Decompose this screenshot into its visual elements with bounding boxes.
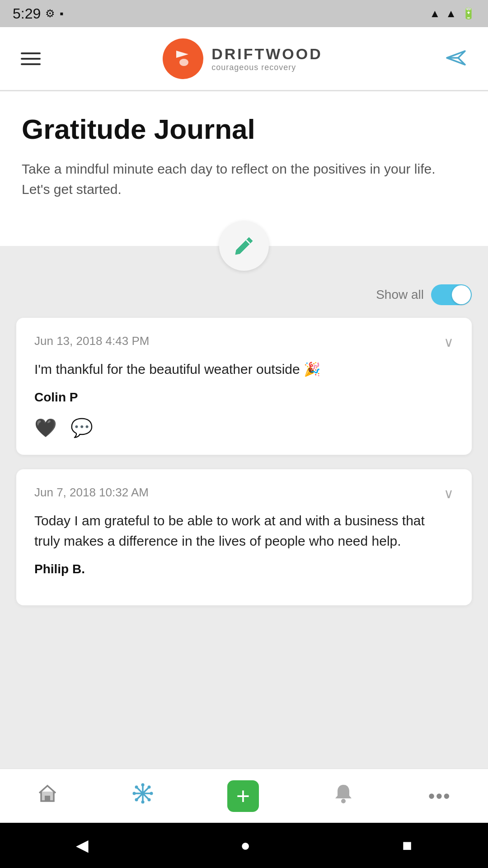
nav-home[interactable]	[28, 778, 67, 813]
nav-add[interactable]: +	[218, 776, 268, 816]
svg-point-14	[147, 786, 150, 789]
card-date-0: Jun 13, 2018 4:43 PM	[34, 334, 149, 348]
show-all-row: Show all	[16, 284, 472, 305]
nav-notifications[interactable]	[324, 778, 363, 813]
hamburger-line-3	[21, 63, 41, 65]
svg-point-0	[169, 45, 197, 72]
card-header-1: Jun 7, 2018 10:32 AM ∨	[34, 486, 454, 501]
settings-status-icon: ⚙	[45, 7, 55, 20]
hamburger-menu[interactable]	[16, 48, 45, 70]
svg-point-12	[135, 786, 138, 789]
android-home[interactable]: ●	[240, 836, 250, 855]
bottom-nav: + •••	[0, 769, 488, 823]
card-author-0: Colin P	[34, 390, 454, 405]
svg-point-10	[132, 792, 136, 795]
logo-text: DRIFTWOOD courageous recovery	[211, 45, 323, 72]
card-header-0: Jun 13, 2018 4:43 PM ∨	[34, 334, 454, 350]
show-all-label: Show all	[376, 288, 424, 302]
card-author-1: Philip B.	[34, 562, 454, 576]
add-icon: +	[236, 784, 250, 808]
comment-button-0[interactable]: 💬	[70, 417, 93, 439]
svg-point-8	[141, 783, 144, 787]
android-back[interactable]: ◀	[76, 836, 89, 855]
card-content-0: I'm thankful for the beautiful weather o…	[34, 359, 454, 379]
signal-icon: ▲	[446, 7, 456, 20]
hamburger-line-2	[21, 58, 41, 60]
notifications-icon	[333, 783, 354, 809]
svg-point-13	[147, 798, 150, 802]
status-bar: 5:29 ⚙ ▪ ▲ ▲ 🔋	[0, 0, 488, 27]
journal-card-1: Jun 7, 2018 10:32 AM ∨ Today I am gratef…	[16, 469, 472, 605]
android-recent[interactable]: ■	[402, 836, 412, 855]
card-content-1: Today I am grateful to be able to work a…	[34, 510, 454, 551]
main-content: Gratitude Journal Take a mindful minute …	[0, 91, 488, 221]
svg-point-15	[135, 798, 138, 802]
svg-point-11	[150, 792, 153, 795]
community-icon	[132, 783, 153, 809]
logo-subtitle: courageous recovery	[211, 63, 323, 72]
logo-title: DRIFTWOOD	[211, 45, 323, 63]
card-expand-1[interactable]: ∨	[444, 486, 454, 501]
sim-status-icon: ▪	[60, 7, 64, 20]
nav-community[interactable]	[123, 778, 162, 813]
page-title: Gratitude Journal	[22, 113, 466, 145]
write-button[interactable]	[219, 221, 269, 271]
like-button-0[interactable]: 🖤	[34, 417, 57, 439]
card-actions-0: 🖤 💬	[34, 417, 454, 439]
android-nav-bar: ◀ ● ■	[0, 823, 488, 868]
page-description: Take a mindful minute each day to reflec…	[22, 159, 466, 199]
write-btn-container	[0, 221, 488, 271]
show-all-toggle[interactable]	[431, 284, 472, 305]
feed-section: Show all Jun 13, 2018 4:43 PM ∨ I'm than…	[0, 271, 488, 769]
wifi-icon: ▲	[429, 7, 440, 20]
toggle-knob	[452, 285, 471, 304]
logo-container: DRIFTWOOD courageous recovery	[163, 38, 323, 79]
add-icon-container[interactable]: +	[227, 780, 259, 812]
nav-more[interactable]: •••	[419, 781, 460, 811]
send-button[interactable]	[440, 42, 472, 75]
card-date-1: Jun 7, 2018 10:32 AM	[34, 486, 149, 500]
battery-icon: 🔋	[462, 7, 475, 20]
svg-point-9	[141, 801, 144, 804]
card-expand-0[interactable]: ∨	[444, 334, 454, 350]
more-icon: •••	[428, 785, 451, 807]
status-time: 5:29	[13, 5, 41, 22]
hamburger-line-1	[21, 52, 41, 54]
svg-point-16	[341, 799, 346, 803]
svg-point-1	[179, 59, 188, 66]
logo-icon	[163, 38, 203, 79]
app-header: DRIFTWOOD courageous recovery	[0, 27, 488, 90]
svg-rect-2	[45, 796, 50, 801]
journal-card-0: Jun 13, 2018 4:43 PM ∨ I'm thankful for …	[16, 318, 472, 455]
home-icon	[37, 783, 58, 809]
